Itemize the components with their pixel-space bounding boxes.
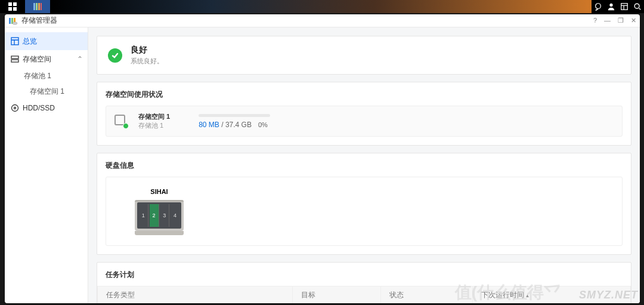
storage-columns-icon: [33, 2, 42, 11]
svg-rect-0: [8, 2, 12, 6]
taskbar-apps-button[interactable]: [0, 0, 25, 13]
usage-percent: 0%: [258, 121, 268, 128]
help-button[interactable]: ?: [593, 17, 597, 24]
col-type[interactable]: 任务类型: [98, 286, 293, 304]
tray-widgets-icon[interactable]: [618, 0, 631, 13]
close-button[interactable]: ✕: [631, 17, 636, 24]
overview-icon: [11, 37, 19, 45]
total-size: 37.4 GB: [225, 121, 252, 129]
svg-line-14: [639, 8, 641, 10]
tray-chat-icon[interactable]: [592, 0, 605, 13]
chevron-up-icon: ⌃: [77, 55, 83, 63]
maximize-button[interactable]: ❐: [618, 17, 624, 24]
svg-rect-4: [33, 3, 35, 10]
col-target[interactable]: 目标: [293, 286, 381, 304]
disk-icon: [11, 104, 19, 112]
volume-usage-row[interactable]: 存储空间 1 存储池 1 80 MB / 37.4 GB 0%: [106, 106, 623, 137]
svg-rect-19: [11, 38, 18, 45]
device-card: 硬盘信息 SIHAI 1234: [97, 153, 631, 255]
tasks-table: 任务类型 目标 状态 下次运行时间▲ S.M.A.R.T. 快速测试 硬盘 2 …: [97, 286, 631, 303]
status-subtitle: 系统良好。: [131, 57, 163, 66]
device-name: SIHAI: [120, 188, 198, 195]
pool-name: 存储池 1: [138, 121, 170, 130]
usage-card: 存储空间使用状况 存储空间 1 存储池 1 80 MB / 37.4 GB 0%: [97, 82, 631, 146]
svg-point-9: [609, 4, 612, 7]
sort-asc-icon: ▲: [525, 293, 530, 298]
svg-point-18: [13, 21, 17, 24]
svg-point-13: [634, 4, 639, 8]
volume-name: 存储空间 1: [138, 112, 170, 121]
drive-bay-1[interactable]: 1: [139, 204, 148, 227]
sidebar-item-label: 总览: [23, 36, 37, 47]
tasks-card: 任务计划 任务类型 目标 状态 下次运行时间▲ S.M.A.R.T. 快速测试 …: [97, 262, 631, 303]
sidebar-item-pool1[interactable]: 存储池 1: [5, 68, 88, 84]
svg-rect-3: [13, 7, 17, 11]
svg-rect-2: [8, 7, 12, 11]
taskbar-storage-button[interactable]: [25, 0, 50, 13]
minimize-button[interactable]: —: [604, 17, 611, 24]
svg-rect-23: [11, 60, 18, 62]
status-title: 良好: [131, 45, 163, 56]
grid-icon: [8, 2, 17, 11]
usage-bar: [199, 114, 270, 117]
device-header: 硬盘信息: [97, 153, 631, 177]
volumes-icon: [11, 55, 19, 63]
svg-rect-1: [13, 2, 17, 6]
drive-bay-2[interactable]: 2: [150, 204, 159, 227]
status-ok-icon: [108, 48, 122, 63]
svg-point-8: [596, 4, 601, 9]
window-titlebar[interactable]: 存储管理器 ? — ❐ ✕: [5, 14, 640, 27]
app-icon: [8, 16, 18, 26]
status-card: 良好 系统良好。: [97, 36, 631, 75]
sidebar: 总览 存储空间 ⌃ 存储池 1 存储空间 1 HDD/SSD: [5, 27, 88, 303]
sidebar-item-volumes[interactable]: 存储空间 ⌃: [5, 50, 88, 68]
svg-rect-10: [621, 4, 628, 10]
system-taskbar: [0, 0, 644, 13]
taskbar-background: [50, 0, 592, 13]
tray-search-icon[interactable]: [631, 0, 644, 13]
sidebar-item-label: HDD/SSD: [23, 104, 55, 112]
window-title: 存储管理器: [21, 16, 593, 26]
svg-rect-5: [36, 3, 38, 10]
col-next[interactable]: 下次运行时间▲: [472, 286, 630, 304]
volume-icon: [114, 115, 128, 128]
svg-rect-15: [9, 18, 11, 24]
col-state[interactable]: 状态: [381, 286, 472, 304]
svg-rect-6: [38, 3, 40, 10]
used-size: 80 MB: [199, 121, 219, 129]
drive-bay-4[interactable]: 4: [171, 204, 179, 227]
svg-rect-22: [11, 56, 18, 58]
storage-manager-window: 存储管理器 ? — ❐ ✕ 总览 存储空间 ⌃ 存储池 1 存储空间 1 HDD…: [5, 14, 640, 303]
svg-point-24: [12, 105, 18, 112]
drive-bay-3[interactable]: 3: [160, 204, 170, 227]
svg-point-25: [14, 107, 16, 109]
sidebar-item-volume1[interactable]: 存储空间 1: [5, 84, 88, 99]
sidebar-item-label: 存储空间: [23, 54, 51, 64]
sidebar-item-hddssd[interactable]: HDD/SSD: [5, 99, 88, 117]
usage-header: 存储空间使用状况: [97, 82, 631, 106]
tray-user-icon[interactable]: [605, 0, 618, 13]
sidebar-item-overview[interactable]: 总览: [5, 32, 88, 50]
nas-device-graphic[interactable]: 1234: [135, 200, 184, 231]
tasks-header: 任务计划: [97, 263, 631, 286]
svg-rect-7: [41, 3, 42, 10]
main-content: 良好 系统良好。 存储空间使用状况 存储空间 1 存储池 1: [88, 27, 640, 303]
